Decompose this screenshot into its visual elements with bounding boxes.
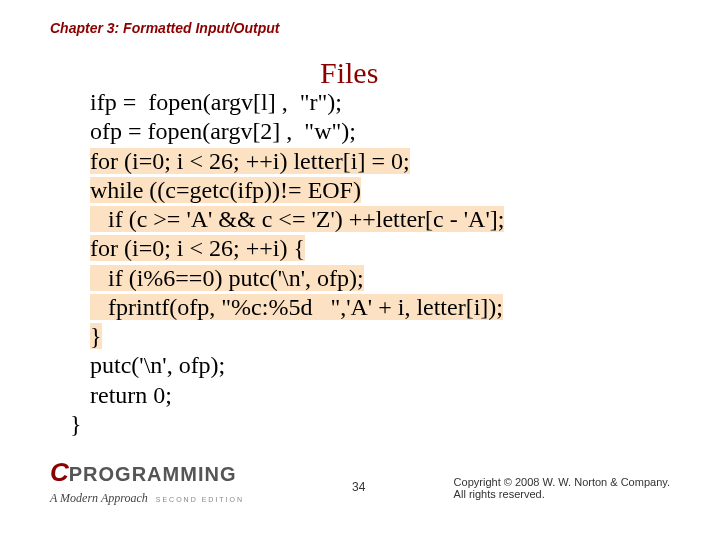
copyright: Copyright © 2008 W. W. Norton & Company.… — [454, 476, 670, 500]
code-line-hl: if (c >= 'A' && c <= 'Z') ++letter[c - '… — [90, 206, 504, 232]
logo-c: C — [50, 457, 69, 487]
logo: CPROGRAMMING A Modern ApproachSECOND EDI… — [50, 457, 244, 506]
slide-title: Files — [320, 56, 378, 90]
code-block: ifp = fopen(argv[l] , "r"); ofp = fopen(… — [70, 88, 660, 439]
logo-subtitle: A Modern Approach — [50, 491, 148, 505]
copyright-line-2: All rights reserved. — [454, 488, 670, 500]
code-line-hl: for (i=0; i < 26; ++i) { — [90, 235, 305, 261]
logo-edition: SECOND EDITION — [156, 496, 244, 503]
code-line: } — [70, 411, 82, 437]
copyright-line-1: Copyright © 2008 W. W. Norton & Company. — [454, 476, 670, 488]
footer: CPROGRAMMING A Modern ApproachSECOND EDI… — [0, 456, 720, 516]
code-line: ofp = fopen(argv[2] , "w"); — [90, 118, 356, 144]
code-line: putc('\n', ofp); — [90, 352, 225, 378]
code-line-hl: fprintf(ofp, "%c:%5d ",'A' + i, letter[i… — [90, 294, 503, 320]
chapter-header: Chapter 3: Formatted Input/Output — [50, 20, 279, 36]
code-line: ifp = fopen(argv[l] , "r"); — [90, 89, 342, 115]
code-line-hl: } — [90, 323, 102, 349]
code-line: return 0; — [90, 382, 172, 408]
code-line-hl: if (i%6==0) putc('\n', ofp); — [90, 265, 364, 291]
code-line-hl: while ((c=getc(ifp))!= EOF) — [90, 177, 361, 203]
code-line-hl: for (i=0; i < 26; ++i) letter[i] = 0; — [90, 148, 410, 174]
page-number: 34 — [352, 480, 365, 494]
logo-programming: PROGRAMMING — [69, 463, 237, 485]
